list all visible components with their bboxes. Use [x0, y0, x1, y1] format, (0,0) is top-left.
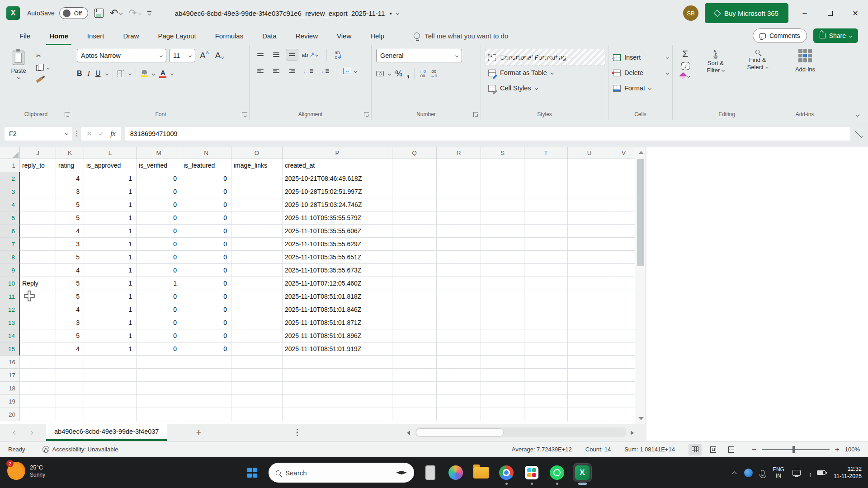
cell-V3[interactable]	[611, 185, 635, 198]
cell-Q2[interactable]	[392, 172, 437, 185]
cell-Q16[interactable]	[392, 356, 437, 369]
cell-V15[interactable]	[611, 343, 635, 356]
scroll-down-icon[interactable]	[638, 417, 644, 420]
cell-K4[interactable]: 5	[56, 198, 84, 211]
horizontal-scrollbar[interactable]	[415, 427, 627, 437]
cell-N1[interactable]: is_featured	[181, 159, 231, 172]
cell-S10[interactable]	[481, 277, 524, 290]
cell-V9[interactable]	[611, 264, 635, 277]
account-avatar[interactable]: SB	[683, 5, 698, 21]
cell-P10[interactable]: 2025-11-10T07:12:05.460Z	[283, 277, 392, 290]
cell-K9[interactable]: 4	[56, 264, 84, 277]
cell-S11[interactable]	[481, 290, 524, 303]
cell-S13[interactable]	[481, 316, 524, 329]
cell-J17[interactable]	[20, 369, 56, 382]
cell-J9[interactable]	[20, 264, 56, 277]
cell-L10[interactable]: 1	[84, 277, 137, 290]
align-left-button[interactable]	[254, 65, 267, 77]
cell-V16[interactable]	[611, 356, 635, 369]
cell-T7[interactable]	[524, 238, 568, 251]
zoom-level[interactable]: 100%	[845, 446, 860, 453]
previous-sheet-icon[interactable]	[13, 430, 18, 435]
cell-N18[interactable]	[181, 382, 231, 395]
tab-page-layout[interactable]: Page Layout	[148, 26, 205, 45]
cell-Q8[interactable]	[392, 251, 437, 264]
cell-O10[interactable]	[231, 277, 283, 290]
cell-R4[interactable]	[437, 198, 481, 211]
align-bottom-button[interactable]	[286, 49, 298, 61]
cell-Q13[interactable]	[392, 316, 437, 329]
select-all-corner[interactable]	[0, 147, 20, 159]
next-sheet-icon[interactable]	[29, 430, 33, 435]
cell-P1[interactable]: created_at	[283, 159, 392, 172]
cell-T6[interactable]	[524, 225, 568, 238]
cell-V2[interactable]	[611, 172, 635, 185]
cell-K19[interactable]	[56, 395, 84, 408]
cell-J10[interactable]: Reply	[20, 277, 56, 290]
cell-U2[interactable]	[568, 172, 611, 185]
cell-P4[interactable]: 2025-10-28T15:03:24.746Z	[283, 198, 392, 211]
cell-O1[interactable]: image_links	[231, 159, 283, 172]
cell-J15[interactable]	[20, 343, 56, 356]
fill-color-dropdown-icon[interactable]	[152, 72, 155, 75]
row-header-2[interactable]: 2	[0, 172, 20, 185]
row-header-4[interactable]: 4	[0, 198, 20, 211]
paste-dropdown-icon[interactable]	[17, 76, 20, 79]
cell-M13[interactable]: 0	[137, 316, 181, 329]
cell-K3[interactable]: 3	[56, 185, 84, 198]
delete-dropdown-icon[interactable]	[666, 71, 669, 74]
expand-formula-bar-icon[interactable]	[854, 129, 863, 137]
cell-O2[interactable]	[231, 172, 283, 185]
cell-R6[interactable]	[437, 225, 481, 238]
cell-L2[interactable]: 1	[84, 172, 137, 185]
cell-T15[interactable]	[524, 343, 568, 356]
row-header-15[interactable]: 15	[0, 343, 20, 356]
alignment-dialog-launcher[interactable]	[364, 112, 369, 117]
cell-V6[interactable]	[611, 225, 635, 238]
cell-P16[interactable]	[283, 356, 392, 369]
cell-K17[interactable]	[56, 369, 84, 382]
number-format-dropdown-icon[interactable]	[455, 54, 458, 57]
cell-L12[interactable]: 1	[84, 303, 137, 316]
tab-help[interactable]: Help	[361, 26, 394, 45]
format-cells-button[interactable]: Format	[613, 80, 669, 96]
format-painter-button[interactable]	[36, 76, 49, 84]
cell-R16[interactable]	[437, 356, 481, 369]
cell-O5[interactable]	[231, 211, 283, 225]
cell-styles-button[interactable]: Cell Styles	[486, 80, 604, 96]
cell-T11[interactable]	[524, 290, 568, 303]
cell-L18[interactable]	[84, 382, 137, 395]
taskbar-search[interactable]: Search	[269, 463, 414, 483]
cell-S15[interactable]	[481, 343, 524, 356]
cell-N13[interactable]: 0	[181, 316, 231, 329]
vertical-scrollbar[interactable]	[635, 147, 646, 424]
cell-L7[interactable]: 1	[84, 238, 137, 251]
sheet-options-icon[interactable]	[297, 429, 298, 436]
cell-V5[interactable]	[611, 211, 635, 225]
tray-app-icon[interactable]	[744, 469, 753, 477]
horizontal-scroll-thumb[interactable]	[416, 428, 504, 436]
cell-U11[interactable]	[568, 290, 611, 303]
scroll-right-icon[interactable]	[631, 431, 634, 435]
cell-V14[interactable]	[611, 329, 635, 343]
cell-P12[interactable]: 2025-11-10T08:51:01.846Z	[283, 303, 392, 316]
column-header-V[interactable]: V	[611, 147, 635, 159]
cell-S16[interactable]	[481, 356, 524, 369]
cell-T17[interactable]	[524, 369, 568, 382]
taskbar-icon-chrome[interactable]	[497, 464, 515, 482]
autosum-button[interactable]: Σ	[682, 49, 688, 59]
cell-R1[interactable]	[437, 159, 481, 172]
cell-V4[interactable]	[611, 198, 635, 211]
cell-styles-dropdown-icon[interactable]	[534, 86, 538, 89]
row-header-10[interactable]: 10	[0, 277, 20, 290]
cell-N20[interactable]	[181, 408, 231, 421]
increase-indent-button[interactable]: →	[317, 65, 330, 77]
cell-J20[interactable]	[20, 408, 56, 421]
cell-S2[interactable]	[481, 172, 524, 185]
cell-M1[interactable]: is_verified	[137, 159, 181, 172]
merge-center-button[interactable]: ↔	[343, 68, 351, 74]
cell-L6[interactable]: 1	[84, 225, 137, 238]
column-header-Q[interactable]: Q	[392, 147, 437, 159]
cancel-button[interactable]: ✕	[86, 130, 92, 138]
cell-N11[interactable]: 0	[181, 290, 231, 303]
